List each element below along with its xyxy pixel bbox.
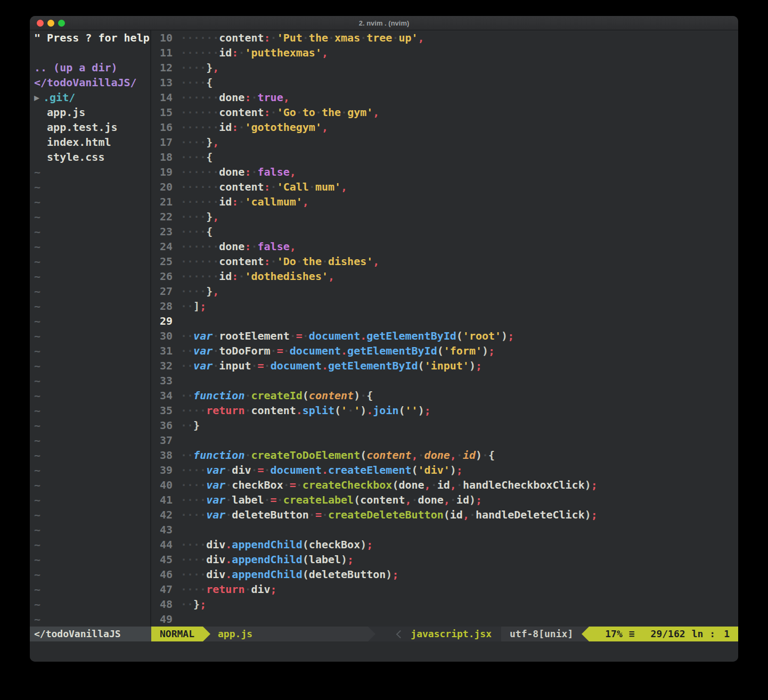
code-line-text: ····var·div·=·document.createElement('di… (173, 463, 463, 477)
line-number: 25 (151, 254, 173, 269)
editor-line[interactable]: 41····var·label·=·createLabel(content,·d… (151, 492, 738, 507)
editor-line[interactable]: 42····var·deleteButton·=·createDeleteBut… (151, 507, 738, 522)
code-line-text: ··]; (173, 299, 206, 314)
editor-line[interactable]: 11······id:·'putthexmas', (151, 45, 738, 60)
editor-line[interactable]: 49 (151, 612, 738, 627)
code-line-text: ····{ (173, 75, 213, 90)
traffic-lights (37, 20, 65, 27)
editor-line[interactable]: 44····div.appendChild(checkBox); (151, 537, 738, 552)
line-number: 44 (151, 537, 173, 552)
editor-line[interactable]: 22····}, (151, 209, 738, 224)
editor-line[interactable]: 40····var·checkBox·=·createCheckbox(done… (151, 477, 738, 492)
chevron-left-icon (396, 630, 405, 638)
editor-line[interactable]: 14······done:·true, (151, 90, 738, 105)
powerline-arrow-icon (582, 627, 589, 641)
code-line-text: ··} (173, 418, 200, 433)
editor-line[interactable]: 10······content:·'Put·the·xmas·tree·up', (151, 30, 738, 45)
sidebar-line[interactable]: .. (up a dir) (34, 60, 150, 75)
editor-line[interactable]: 37 (151, 433, 738, 448)
editor-line[interactable]: 18····{ (151, 150, 738, 164)
editor-line[interactable]: 39····var·div·=·document.createElement('… (151, 463, 738, 477)
cursor-position-segment: 17% ≡ 29/162 ln : 1 (589, 627, 738, 641)
ln-label: ln (692, 627, 704, 641)
sidebar-line[interactable]: style.css (34, 150, 150, 164)
editor-line[interactable]: 24······done:·false, (151, 239, 738, 254)
editor-line[interactable]: 13····{ (151, 75, 738, 90)
editor-line[interactable]: 21······id:·'callmum', (151, 194, 738, 209)
line-number: 10 (151, 30, 173, 45)
code-line-text: ······done:·true, (173, 90, 290, 105)
code-line-text: ····return·content.split('·').join(''); (173, 403, 431, 418)
editor-line[interactable]: 36··} (151, 418, 738, 433)
line-number: 48 (151, 597, 173, 612)
close-button[interactable] (37, 20, 44, 27)
code-line-text: ······content:·'Call·mum', (173, 179, 347, 194)
sidebar-line[interactable]: app.test.js (34, 120, 150, 135)
window-title: 2. nvim . (nvim) (359, 19, 410, 27)
line-number: 22 (151, 209, 173, 224)
editor-line[interactable]: 34··function·createId(content)·{ (151, 388, 738, 403)
nerdtree-sidebar[interactable]: " Press ? for help.. (up a dir)</todoVan… (30, 30, 151, 627)
code-line-text: ····}, (173, 60, 219, 75)
empty-line-marker: ~ (34, 522, 150, 537)
editor-line[interactable]: 23····{ (151, 224, 738, 239)
editor-line[interactable]: 20······content:·'Call·mum', (151, 179, 738, 194)
code-line-text: ······content:·'Do·the·dishes', (173, 254, 379, 269)
empty-line-marker: ~ (34, 239, 150, 254)
empty-line-marker: ~ (34, 507, 150, 522)
lines-icon: ≡ (629, 627, 635, 641)
editor-line[interactable]: 38··function·createToDoElement(content,·… (151, 448, 738, 463)
empty-line-marker: ~ (34, 299, 150, 314)
code-line-text: ······done:·false, (173, 239, 296, 254)
editor-pane[interactable]: 10······content:·'Put·the·xmas·tree·up',… (151, 30, 738, 627)
editor-line[interactable]: 35····return·content.split('·').join('')… (151, 403, 738, 418)
code-line-text: ······content:·'Put·the·xmas·tree·up', (173, 30, 424, 45)
code-line-text (173, 373, 181, 388)
code-line-text: ······done:·false, (173, 164, 296, 179)
editor-line[interactable]: 17····}, (151, 135, 738, 150)
sidebar-line[interactable]: " Press ? for help (34, 30, 150, 45)
line-number: 13 (151, 75, 173, 90)
line-number: 18 (151, 150, 173, 164)
editor-line[interactable]: 45····div.appendChild(label); (151, 552, 738, 567)
editor-line[interactable]: 47····return·div; (151, 582, 738, 597)
titlebar[interactable]: 2. nvim . (nvim) (30, 16, 738, 30)
editor-line[interactable]: 26······id:·'dothedishes', (151, 269, 738, 284)
editor-line[interactable]: 43 (151, 522, 738, 537)
powerline-arrow-icon (368, 627, 375, 641)
empty-line-marker: ~ (34, 328, 150, 343)
code-buffer: 10······content:·'Put·the·xmas·tree·up',… (151, 30, 738, 627)
sidebar-line[interactable]: app.js (34, 105, 150, 120)
editor-line[interactable]: 29 (151, 314, 738, 328)
editor-line[interactable]: 12····}, (151, 60, 738, 75)
line-number: 15 (151, 105, 173, 120)
editor-line[interactable]: 15······content:·'Go·to·the·gym', (151, 105, 738, 120)
sidebar-line[interactable]: </todoVanillaJS/ (34, 75, 150, 90)
editor-line[interactable]: 32··var·input·=·document.getElementById(… (151, 358, 738, 373)
empty-line-marker: ~ (34, 254, 150, 269)
editor-line[interactable]: 31··var·toDoForm·=·document.getElementBy… (151, 343, 738, 358)
code-line-text: ····{ (173, 224, 213, 239)
empty-line-marker: ~ (34, 269, 150, 284)
nerdtree-statusline: </todoVanillaJS (30, 627, 151, 641)
editor-line[interactable]: 16······id:·'gotothegym', (151, 120, 738, 135)
line-number: 12 (151, 60, 173, 75)
zoom-button[interactable] (58, 20, 65, 27)
editor-line[interactable]: 28··]; (151, 299, 738, 314)
editor-line[interactable]: 48··}; (151, 597, 738, 612)
command-line[interactable] (30, 641, 738, 662)
sidebar-line[interactable] (34, 45, 150, 60)
empty-line-marker: ~ (34, 179, 150, 194)
column-number: 1 (724, 627, 730, 641)
editor-line[interactable]: 33 (151, 373, 738, 388)
editor-line[interactable]: 27····}, (151, 284, 738, 299)
editor-line[interactable]: 46····div.appendChild(deleteButton); (151, 567, 738, 582)
line-number: 36 (151, 418, 173, 433)
editor-line[interactable]: 19······done:·false, (151, 164, 738, 179)
sidebar-line[interactable]: ▸ .git/ (34, 90, 150, 105)
editor-line[interactable]: 25······content:·'Do·the·dishes', (151, 254, 738, 269)
editor-line[interactable]: 30··var·rootElement·=·document.getElemen… (151, 328, 738, 343)
sidebar-line[interactable]: index.html (34, 135, 150, 150)
line-number: 33 (151, 373, 173, 388)
minimize-button[interactable] (47, 20, 54, 27)
